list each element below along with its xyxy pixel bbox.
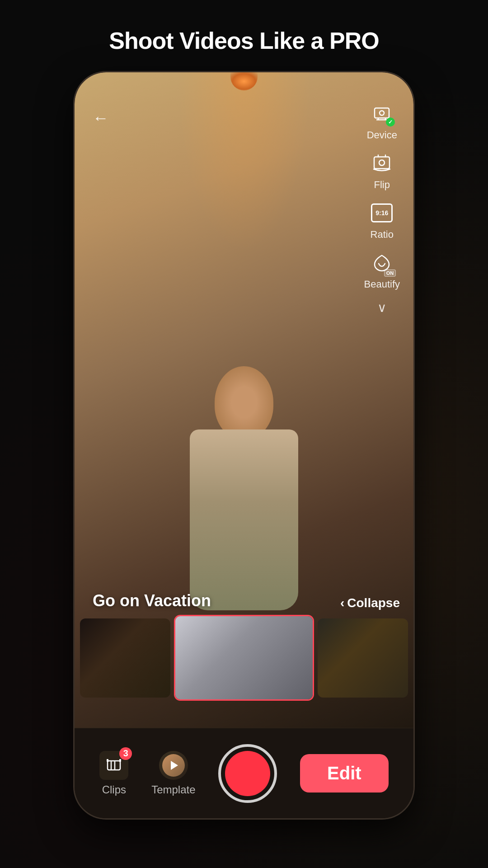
ratio-value: 9:16 — [375, 210, 388, 216]
thumbnail-3[interactable] — [318, 618, 408, 698]
record-inner — [225, 751, 270, 796]
template-label: Template — [151, 783, 195, 796]
svg-point-1 — [380, 111, 384, 115]
thumb-3-bg — [318, 618, 408, 698]
template-button[interactable]: Template — [151, 751, 195, 796]
bottom-bar: 3 Clips Template Edit — [75, 728, 413, 818]
scene-label: Go on Vacation — [93, 591, 211, 610]
room-light-glow — [176, 72, 312, 253]
more-controls-button[interactable]: ∨ — [377, 300, 387, 315]
thumb-1-bg — [80, 618, 170, 698]
svg-rect-2 — [374, 157, 389, 169]
camera-view: ← Device — [75, 72, 413, 728]
play-icon — [171, 761, 178, 770]
svg-rect-4 — [108, 761, 120, 770]
beautify-icon: ON — [368, 249, 396, 277]
thumbnail-strip — [75, 615, 413, 701]
flip-label: Flip — [374, 179, 390, 191]
device-icon — [368, 99, 396, 127]
flip-icon — [368, 149, 396, 177]
clips-count-badge: 3 — [119, 747, 132, 760]
beautify-control[interactable]: ON Beautify — [364, 249, 400, 290]
page-title: Shoot Videos Like a PRO — [109, 27, 379, 54]
device-label: Device — [367, 129, 397, 141]
thumb-2-bg — [175, 616, 313, 699]
svg-rect-5 — [107, 759, 108, 762]
template-icon — [159, 751, 188, 780]
device-active-badge — [386, 118, 395, 127]
device-control[interactable]: Device — [367, 99, 397, 141]
svg-rect-6 — [119, 759, 121, 762]
ratio-icon: 9:16 — [368, 199, 396, 227]
collapse-label: Collapse — [347, 596, 400, 610]
clips-button[interactable]: 3 Clips — [99, 751, 128, 796]
flip-control[interactable]: Flip — [368, 149, 396, 191]
record-button[interactable] — [218, 744, 277, 803]
collapse-button[interactable]: ‹ Collapse — [340, 596, 400, 610]
clips-icon: 3 — [99, 751, 128, 780]
back-button[interactable]: ← — [93, 108, 109, 127]
template-icon-inner — [162, 754, 185, 777]
ratio-label: Ratio — [371, 229, 394, 241]
edit-button[interactable]: Edit — [300, 754, 389, 793]
ratio-control[interactable]: 9:16 Ratio — [368, 199, 396, 241]
thumbnail-2-selected[interactable] — [174, 615, 314, 701]
svg-rect-0 — [375, 108, 389, 118]
clips-label: Clips — [102, 783, 126, 796]
beautify-on-badge: ON — [384, 269, 396, 277]
svg-point-3 — [379, 160, 385, 165]
beautify-label: Beautify — [364, 278, 400, 290]
right-controls: Device Flip 9:16 — [364, 99, 400, 315]
thumbnail-1[interactable] — [80, 618, 170, 698]
phone-frame: ← Device — [75, 72, 413, 818]
collapse-icon: ‹ — [340, 596, 344, 610]
